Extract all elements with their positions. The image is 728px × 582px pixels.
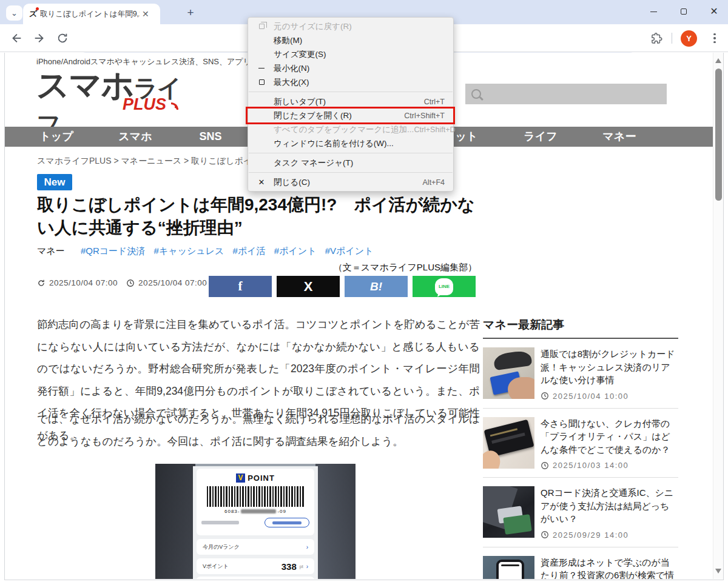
tag-link[interactable]: #ポイント bbox=[274, 246, 317, 256]
x-share-button[interactable]: X bbox=[277, 276, 340, 297]
scroll-down-arrow[interactable] bbox=[715, 569, 721, 574]
sidebar-article[interactable]: QRコード決済と交通系IC、シニアが使う支払方法は結局どっちがいい？ 2025/… bbox=[483, 478, 678, 547]
monthly-vpoint-row: 今月中のVポイント+11.4% 2,900pt› bbox=[197, 577, 314, 579]
new-badge: New bbox=[37, 174, 72, 190]
hatena-share-button[interactable]: B! bbox=[345, 276, 408, 297]
menu-item-task-manager[interactable]: タスク マネージャ(T) bbox=[248, 156, 453, 170]
phone-edge bbox=[155, 464, 195, 579]
vpoint-brand: POINT bbox=[248, 473, 275, 483]
menu-item-name-window[interactable]: ウィンドウに名前を付ける(W)... bbox=[248, 136, 453, 150]
tag-link[interactable]: #QRコード決済 bbox=[81, 246, 146, 256]
clock-icon bbox=[541, 461, 549, 470]
window-controls: ✕ bbox=[647, 5, 721, 18]
toolbar-divider bbox=[672, 33, 672, 44]
tab-search-button[interactable]: ⌄ bbox=[6, 5, 22, 21]
sidebar-article[interactable]: 資産形成はネットで学ぶのが当たり前？投資家の6割が検索で情報収集 bbox=[483, 547, 678, 580]
sidebar-article-title[interactable]: QRコード決済と交通系IC、シニアが使う支払方法は結局どっちがいい？ bbox=[541, 486, 678, 526]
tab-title: 取りこぼしポイントは年間9,234億円 bbox=[40, 9, 140, 19]
paragraph: では、なぜポイ活が続かないのだろうか。無理なく続けられる理想的なポイ活のスタイル… bbox=[37, 408, 480, 452]
tag-link[interactable]: #Vポイント bbox=[325, 246, 374, 256]
nav-item-sns[interactable]: SNS bbox=[199, 127, 221, 147]
maximize-icon bbox=[681, 8, 687, 15]
menu-item-move[interactable]: 移動(M) bbox=[248, 33, 453, 47]
barcode-number: 6083--09 bbox=[197, 509, 314, 514]
window-maximize-button[interactable] bbox=[677, 5, 690, 18]
menu-item-new-tab[interactable]: 新しいタブ(T)Ctrl+T bbox=[248, 95, 453, 109]
vpoint-logo-icon bbox=[236, 473, 245, 483]
clock-icon bbox=[126, 279, 135, 287]
profile-avatar[interactable]: Y bbox=[681, 30, 697, 47]
switch-display-button bbox=[265, 518, 309, 527]
sidebar-article-title[interactable]: 通販では8割がクレジットカード派！キャッシュレス決済のリアルな使い分け事情 bbox=[541, 347, 678, 387]
sidebar-article-title[interactable]: 資産形成はネットで学ぶのが当たり前？投資家の6割が検索で情報収集 bbox=[541, 556, 678, 580]
sidebar-article-date: 2025/09/29 14:00 bbox=[541, 530, 678, 540]
facebook-share-button[interactable]: f bbox=[209, 276, 272, 297]
vpoint-row: Vポイント 338pt› bbox=[197, 558, 314, 574]
share-buttons: f X B! LINE bbox=[209, 276, 476, 297]
sidebar-article[interactable]: 今さら聞けない、クレカ付帯の「プライオリティ・パス」はどんな条件でどこで使えるの… bbox=[483, 409, 678, 478]
window-close-button[interactable]: ✕ bbox=[707, 5, 721, 18]
tab-close-icon[interactable]: ✕ bbox=[142, 10, 149, 18]
window-context-menu: 元のサイズに戻す(R) 移動(M) サイズ変更(S) 最小化(N) 最大化(X)… bbox=[248, 17, 454, 192]
minimize-icon bbox=[650, 12, 657, 12]
clock-icon bbox=[541, 392, 549, 400]
chrome-menu-icon[interactable] bbox=[710, 31, 720, 45]
forward-icon[interactable] bbox=[33, 32, 46, 45]
window-minimize-button[interactable] bbox=[647, 5, 660, 18]
article-title: 取りこぼしポイントは年間9,234億円!? ポイ活が続かない人に共通する“挫折理… bbox=[37, 193, 486, 239]
article-meta: マネー #QRコード決済 #キャッシュレス #ポイ活 #ポイント #Vポイント bbox=[37, 246, 379, 257]
vrank-row: 今月のVランク› bbox=[197, 539, 314, 555]
sidebar-heading: マネー最新記事 bbox=[483, 317, 678, 339]
published-date: 2025/10/04 07:00 bbox=[49, 278, 118, 287]
phone-screen: POINT 6083--09 今月のVランク› bbox=[193, 466, 318, 579]
minimize-icon bbox=[257, 68, 266, 69]
phone-edge bbox=[315, 464, 356, 579]
tag-link[interactable]: #キャッシュレス bbox=[154, 246, 224, 256]
nav-item-top[interactable]: トップ bbox=[39, 127, 73, 147]
favicon-dot bbox=[36, 7, 39, 10]
updated-date: 2025/10/04 07:00 bbox=[138, 278, 207, 287]
line-share-button[interactable]: LINE bbox=[413, 276, 476, 297]
new-tab-button[interactable]: + bbox=[182, 5, 199, 21]
back-icon[interactable] bbox=[10, 32, 23, 45]
article-byline: （文＝スマホライフPLUS編集部） bbox=[334, 262, 477, 273]
page-scrollbar[interactable] bbox=[713, 53, 723, 579]
menu-item-bookmark-all-tabs: すべてのタブをブックマークに追加...Ctrl+Shift+D bbox=[248, 122, 453, 136]
restore-icon bbox=[257, 24, 266, 29]
tag-link[interactable]: #ポイ活 bbox=[233, 246, 266, 256]
site-search-input[interactable] bbox=[465, 84, 667, 104]
sidebar-article[interactable]: 通販では8割がクレジットカード派！キャッシュレス決済のリアルな使い分け事情 20… bbox=[483, 339, 678, 409]
nav-item-sumaho[interactable]: スマホ bbox=[118, 127, 152, 147]
menu-item-minimize[interactable]: 最小化(N) bbox=[248, 61, 453, 75]
nav-item-money[interactable]: マネー bbox=[603, 127, 636, 147]
barcode bbox=[207, 486, 304, 507]
reload-icon[interactable] bbox=[56, 32, 69, 45]
menu-item-reopen-closed-tab[interactable]: 閉じたタブを開く(R)Ctrl+Shift+T bbox=[248, 109, 453, 122]
menu-separator bbox=[249, 92, 453, 92]
menu-separator bbox=[249, 172, 453, 173]
blurred-timestamp bbox=[201, 521, 239, 524]
category-label[interactable]: マネー bbox=[37, 246, 65, 256]
menu-separator bbox=[249, 153, 453, 153]
extensions-icon[interactable] bbox=[650, 32, 662, 44]
tab-favicon: ズ bbox=[29, 8, 40, 19]
logo-plus-text: PLUS bbox=[123, 95, 166, 114]
nav-item-gadget[interactable]: ット bbox=[456, 127, 478, 147]
active-tab[interactable]: ズ 取りこぼしポイントは年間9,234億円 ✕ bbox=[23, 4, 160, 24]
article-thumbnail bbox=[483, 347, 534, 399]
breadcrumb[interactable]: スマホライフPLUS > マネーニュース > 取りこぼしポイント bbox=[37, 156, 269, 167]
menu-item-restore: 元のサイズに戻す(R) bbox=[248, 19, 453, 33]
menu-item-resize[interactable]: サイズ変更(S) bbox=[248, 47, 453, 61]
sidebar-article-date: 2025/10/04 10:00 bbox=[541, 392, 678, 401]
vpoint-barcode-card: POINT 6083--09 bbox=[197, 469, 314, 535]
scrollbar-thumb[interactable] bbox=[715, 69, 722, 201]
article-thumbnail bbox=[483, 417, 534, 469]
article-dates: 2025/10/04 07:00 2025/10/04 07:00 bbox=[37, 278, 207, 287]
menu-item-maximize[interactable]: 最大化(X) bbox=[248, 75, 453, 89]
line-icon: LINE bbox=[435, 278, 453, 295]
scroll-up-arrow[interactable] bbox=[715, 58, 721, 63]
nav-item-life[interactable]: ライフ bbox=[524, 127, 557, 147]
menu-item-close[interactable]: ✕ 閉じる(C)Alt+F4 bbox=[248, 175, 453, 189]
article-thumbnail bbox=[483, 486, 534, 538]
sidebar-article-title[interactable]: 今さら聞けない、クレカ付帯の「プライオリティ・パス」はどんな条件でどこで使えるの… bbox=[541, 417, 678, 457]
